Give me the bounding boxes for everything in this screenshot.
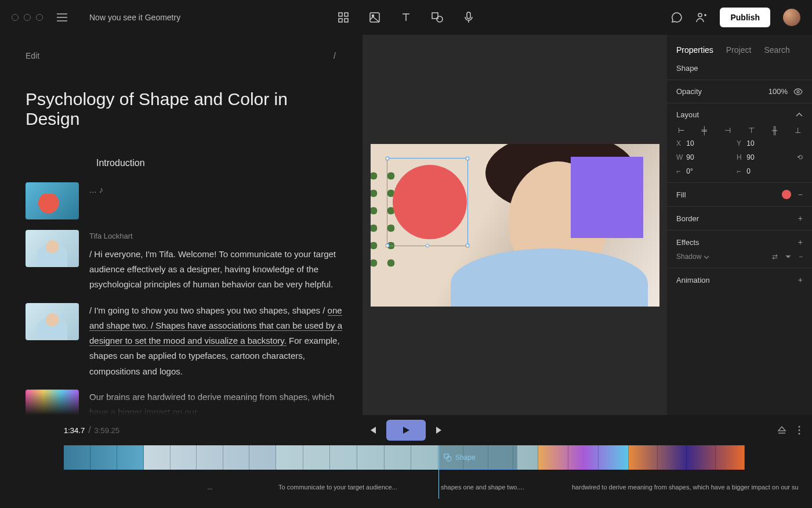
section-heading[interactable]: Introduction — [96, 158, 345, 168]
border-label: Border — [676, 214, 699, 223]
timeline[interactable]: Shape ... To communicate to your target … — [0, 445, 812, 508]
height-input[interactable]: 90 — [746, 153, 754, 161]
transport-bar: 1:34.7 / 3:59.25 — [0, 415, 812, 445]
main-area: Edit / Psychology of Shape and Color in … — [0, 35, 812, 415]
align-bottom-icon[interactable]: ⊥ — [793, 126, 803, 135]
animation-label: Animation — [676, 276, 710, 284]
svg-point-9 — [698, 13, 702, 17]
eject-icon[interactable] — [777, 426, 786, 434]
tab-search[interactable]: Search — [764, 45, 789, 55]
window-controls — [12, 14, 43, 21]
playhead[interactable] — [438, 445, 439, 499]
svg-point-15 — [447, 456, 451, 461]
fill-color-swatch[interactable] — [782, 190, 791, 199]
svg-point-7 — [437, 16, 443, 22]
opacity-label: Opacity — [676, 87, 702, 96]
topbar-actions: Publish — [671, 8, 800, 27]
add-collaborator-icon[interactable] — [695, 12, 707, 23]
transcript-line[interactable]: Tifa Lockhart / Hi everyone, I'm Tifa. W… — [89, 230, 345, 293]
add-animation-icon[interactable]: + — [798, 275, 803, 284]
properties-panel: Properties Project Search Shape Opacity … — [667, 35, 812, 415]
timeline-clip[interactable] — [144, 445, 276, 470]
speaker-name: Tifa Lockhart — [89, 230, 345, 243]
y-input[interactable]: 10 — [746, 139, 754, 147]
resize-handle-icon[interactable] — [386, 244, 389, 247]
align-left-icon[interactable]: ⊢ — [676, 126, 686, 135]
resize-handle-icon[interactable] — [466, 157, 469, 160]
tab-properties[interactable]: Properties — [676, 45, 713, 55]
skip-back-icon[interactable] — [368, 426, 377, 435]
clip-thumbnail[interactable] — [26, 182, 79, 219]
shapes-icon[interactable] — [432, 12, 443, 23]
hamburger-menu-icon[interactable] — [57, 13, 67, 21]
svg-point-11 — [799, 426, 800, 428]
svg-rect-14 — [444, 454, 448, 458]
shape-square[interactable] — [571, 157, 643, 238]
x-input[interactable]: 10 — [686, 139, 694, 147]
grid-icon[interactable] — [338, 12, 349, 23]
opacity-value[interactable]: 100% — [768, 87, 788, 96]
align-vcenter-icon[interactable]: ╫ — [770, 126, 780, 135]
text-icon[interactable] — [400, 12, 412, 23]
canvas[interactable] — [371, 144, 659, 307]
user-avatar[interactable] — [783, 9, 800, 26]
svg-point-10 — [797, 91, 799, 93]
remove-fill-icon[interactable]: − — [798, 190, 803, 199]
comment-icon[interactable] — [671, 12, 683, 23]
resize-handle-icon[interactable] — [386, 157, 389, 160]
transcript-body: ... ♪ Tifa Lockhart / Hi everyone, I'm T… — [26, 182, 345, 415]
image-icon[interactable] — [369, 12, 380, 23]
svg-rect-2 — [339, 19, 342, 22]
width-input[interactable]: 90 — [686, 153, 694, 161]
align-top-icon[interactable]: ⊤ — [746, 126, 756, 135]
resize-handle-icon[interactable] — [466, 244, 469, 247]
shadow-effect-label[interactable]: Shadow — [676, 253, 709, 261]
skip-forward-icon[interactable] — [435, 426, 444, 435]
effect-settings-icon[interactable]: ⇄ — [772, 253, 778, 261]
total-duration: 3:59.25 — [95, 426, 119, 435]
shape-timeline-clip[interactable]: Shape — [438, 445, 517, 470]
svg-rect-0 — [339, 13, 342, 16]
svg-point-12 — [799, 430, 800, 431]
transcript-line[interactable]: / I'm going to show you two shapes you t… — [89, 303, 345, 379]
shape-circle-selected[interactable] — [393, 165, 467, 239]
tab-project[interactable]: Project — [726, 45, 752, 55]
video-track[interactable]: Shape — [64, 445, 800, 481]
fill-label: Fill — [676, 190, 686, 199]
window-close-icon[interactable] — [12, 14, 19, 21]
effect-visibility-icon[interactable]: ⏷ — [785, 253, 792, 261]
effects-label: Effects — [676, 238, 699, 247]
link-dimensions-icon[interactable]: ⟲ — [797, 153, 803, 161]
remove-effect-icon[interactable]: − — [799, 253, 803, 261]
rotation-input[interactable]: 0° — [686, 167, 693, 175]
more-options-icon[interactable] — [798, 426, 800, 435]
window-zoom-icon[interactable] — [36, 14, 43, 21]
clip-thumbnail[interactable] — [26, 303, 79, 340]
timeline-clip[interactable] — [538, 445, 629, 470]
play-button[interactable] — [386, 420, 426, 441]
current-time: 1:34.7 — [64, 426, 85, 435]
window-minimize-icon[interactable] — [24, 14, 31, 21]
corner-radius-input[interactable]: 0 — [746, 167, 751, 175]
top-bar: Now you see it Geometry Publish — [0, 0, 812, 35]
microphone-icon[interactable] — [463, 12, 474, 23]
timeline-clip[interactable] — [64, 445, 144, 470]
add-border-icon[interactable]: + — [798, 214, 803, 223]
publish-button[interactable]: Publish — [720, 8, 770, 27]
document-title[interactable]: Psychology of Shape and Color in Design — [26, 89, 345, 129]
properties-tabs: Properties Project Search — [667, 35, 812, 62]
align-hcenter-icon[interactable]: ╪ — [699, 126, 709, 135]
add-effect-icon[interactable]: + — [798, 237, 803, 247]
transcript-line[interactable]: ... ♪ — [89, 182, 345, 219]
slash-indicator: / — [334, 51, 336, 60]
align-right-icon[interactable]: ⊣ — [723, 126, 733, 135]
timeline-clip[interactable] — [629, 445, 745, 470]
edit-mode-label[interactable]: Edit — [26, 51, 39, 60]
chevron-up-icon[interactable] — [796, 113, 803, 117]
clip-thumbnail[interactable] — [26, 230, 79, 267]
timeline-clip[interactable] — [276, 445, 438, 470]
resize-handle-icon[interactable] — [426, 244, 429, 247]
visibility-icon[interactable] — [793, 88, 803, 95]
script-panel: Edit / Psychology of Shape and Color in … — [0, 35, 362, 415]
project-title[interactable]: Now you see it Geometry — [89, 13, 180, 22]
